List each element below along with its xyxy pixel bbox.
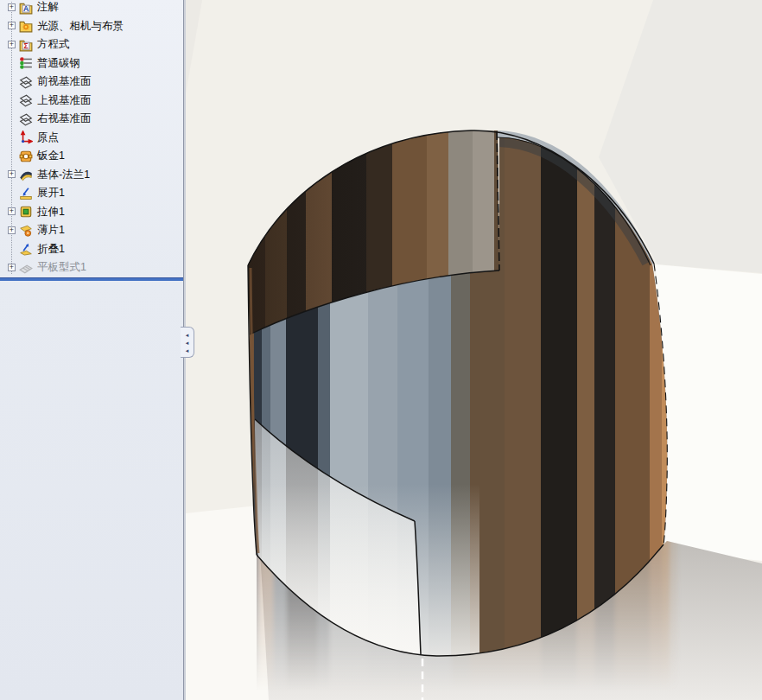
- tree-item-label: 普通碳钢: [37, 56, 80, 71]
- tree-item-front-plane[interactable]: 前视基准面: [0, 73, 183, 92]
- plane-icon: [19, 93, 33, 107]
- 3d-scene: [186, 0, 762, 700]
- tree-item-label: 钣金1: [37, 149, 65, 163]
- collapse-arrow-icon: [186, 347, 189, 354]
- tree-item-label: 平板型式1: [37, 260, 86, 275]
- tree-item-base-flange1[interactable]: 基体-法兰1: [0, 166, 183, 185]
- tree-item-label: 右视基准面: [37, 111, 92, 126]
- tree-item-lights-cameras-scene[interactable]: 光源、相机与布景: [0, 17, 183, 36]
- extrude-icon: [19, 205, 33, 219]
- lights-cameras-scene-folder-icon: [19, 19, 33, 33]
- graphics-area[interactable]: [186, 0, 762, 700]
- equations-folder-icon: Σ: [19, 38, 33, 52]
- flat-pattern-icon: [19, 261, 33, 275]
- tree-item-flat-pattern1[interactable]: 平板型式1: [0, 258, 183, 277]
- collapse-arrow-icon: [186, 331, 189, 339]
- tree-item-origin[interactable]: 原点: [0, 129, 183, 148]
- tree-item-equations[interactable]: Σ 方程式: [0, 35, 183, 54]
- unfold-icon: [19, 187, 33, 200]
- floor-highlight-right: [656, 264, 762, 561]
- expand-plus-icon[interactable]: [8, 41, 16, 48]
- tree-item-label: 展开1: [37, 186, 65, 200]
- tree-item-material[interactable]: 普通碳钢: [0, 54, 183, 73]
- tree-item-label: 原点: [37, 130, 59, 145]
- feature-tree: A 注解 光源、相机与布景 Σ 方程式 普通碳钢 前视基准面 上视基准面: [0, 0, 183, 277]
- expand-plus-icon[interactable]: [8, 22, 16, 29]
- tree-item-label: 上视基准面: [37, 93, 92, 108]
- tree-item-annotations[interactable]: A 注解: [0, 0, 183, 17]
- base-flange-icon: [19, 168, 33, 181]
- tree-item-label: 拉伸1: [37, 205, 65, 220]
- svg-text:A: A: [23, 4, 29, 13]
- svg-text:Σ: Σ: [23, 41, 28, 50]
- plane-icon: [19, 75, 33, 89]
- material-icon: [19, 56, 33, 70]
- feature-manager-panel: A 注解 光源、相机与布景 Σ 方程式 普通碳钢 前视基准面 上视基准面: [0, 0, 184, 700]
- tree-item-fold1[interactable]: 折叠1: [0, 240, 183, 259]
- tree-item-label: 薄片1: [37, 223, 65, 238]
- tree-item-top-plane[interactable]: 上视基准面: [0, 92, 183, 111]
- tree-item-right-plane[interactable]: 右视基准面: [0, 110, 183, 129]
- annotations-folder-icon: A: [19, 1, 33, 15]
- tree-item-label: 前视基准面: [37, 74, 92, 89]
- tree-item-label: 光源、相机与布景: [37, 19, 124, 34]
- expand-plus-icon[interactable]: [8, 3, 16, 11]
- solidworks-window: { "feature_tree": { "items": [ {"label":…: [0, 0, 762, 700]
- tree-item-tab1[interactable]: 薄片1: [0, 221, 183, 240]
- collapse-arrow-icon: [186, 339, 189, 347]
- tree-item-label: 注解: [37, 0, 59, 15]
- plane-icon: [19, 112, 33, 126]
- expand-plus-icon[interactable]: [8, 207, 16, 215]
- rollback-bar[interactable]: [0, 277, 183, 281]
- tree-item-label: 基体-法兰1: [37, 168, 90, 182]
- tree-item-extrude1[interactable]: 拉伸1: [0, 203, 183, 222]
- origin-icon: [19, 130, 33, 144]
- expand-plus-icon[interactable]: [8, 264, 16, 271]
- tree-item-sheet-metal1[interactable]: 钣金1: [0, 147, 183, 166]
- expand-plus-icon[interactable]: [8, 226, 16, 234]
- tab-icon: [19, 224, 33, 238]
- tree-item-label: 折叠1: [37, 242, 65, 257]
- tree-item-unfold1[interactable]: 展开1: [0, 184, 183, 203]
- tree-item-label: 方程式: [37, 37, 70, 52]
- fold-icon: [19, 242, 33, 256]
- expand-plus-icon[interactable]: [8, 170, 16, 178]
- sheet-metal-icon: [19, 150, 33, 163]
- panel-splitter-handle[interactable]: [181, 327, 194, 358]
